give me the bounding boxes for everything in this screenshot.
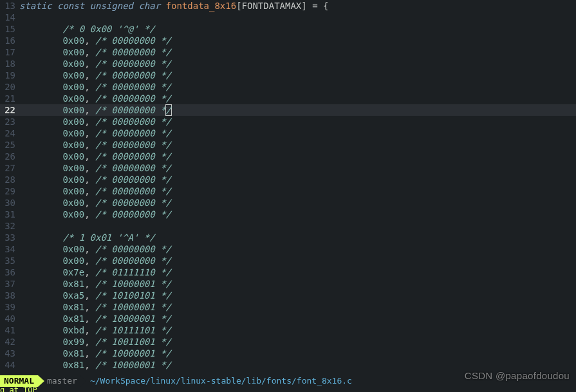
code-line[interactable]: 14 [0, 12, 576, 23]
line-number: 21 [0, 93, 19, 104]
line-number: 17 [0, 46, 19, 58]
code-line[interactable]: 13static const unsigned char fontdata_8x… [0, 0, 576, 12]
code-content: 0x7e, /* 01111110 */ [19, 266, 576, 278]
code-line[interactable]: 43 0x81, /* 10000001 */ [0, 348, 576, 359]
code-line[interactable]: 44 0x81, /* 10000001 */ [0, 359, 576, 371]
code-line[interactable]: 21 0x00, /* 00000000 */ [0, 93, 576, 104]
code-line[interactable]: 31 0x00, /* 00000000 */ [0, 209, 576, 220]
line-number: 37 [0, 278, 19, 290]
code-content: /* 0 0x00 '^@' */ [19, 23, 576, 35]
code-line[interactable]: 34 0x00, /* 00000000 */ [0, 243, 576, 255]
git-branch: master [44, 375, 80, 387]
code-content: 0xbd, /* 10111101 */ [19, 324, 576, 336]
line-number: 23 [0, 116, 19, 127]
code-line[interactable]: 40 0x81, /* 10000001 */ [0, 313, 576, 324]
code-content: 0x00, /* 00000000 */ [19, 116, 576, 127]
line-number: 43 [0, 348, 19, 359]
code-content: 0xa5, /* 10100101 */ [19, 290, 576, 301]
code-line[interactable]: 17 0x00, /* 00000000 */ [0, 46, 576, 58]
branch-name: master [47, 375, 77, 387]
code-line[interactable]: 20 0x00, /* 00000000 */ [0, 81, 576, 93]
line-number: 29 [0, 185, 19, 197]
status-below: g at TOP [0, 384, 37, 392]
code-content: 0x00, /* 00000000 */ [19, 162, 576, 174]
line-number: 36 [0, 266, 19, 278]
code-line[interactable]: 26 0x00, /* 00000000 */ [0, 151, 576, 162]
code-line[interactable]: 28 0x00, /* 00000000 */ [0, 174, 576, 185]
code-content: 0x81, /* 10000001 */ [19, 278, 576, 290]
code-content [19, 220, 576, 232]
code-content: 0x00, /* 00000000 */ [19, 197, 576, 209]
separator-icon [38, 375, 44, 387]
code-line[interactable]: 37 0x81, /* 10000001 */ [0, 278, 576, 290]
line-number: 28 [0, 174, 19, 185]
line-number: 26 [0, 151, 19, 162]
code-content: 0x00, /* 00000000 */ [19, 255, 576, 266]
line-number: 24 [0, 127, 19, 139]
code-line[interactable]: 29 0x00, /* 00000000 */ [0, 185, 576, 197]
line-number: 18 [0, 58, 19, 70]
status-bar: NORMAL master ~/WorkSpace/linux/linux-st… [0, 375, 576, 387]
line-number: 19 [0, 70, 19, 81]
line-number: 16 [0, 35, 19, 46]
code-line[interactable]: 19 0x00, /* 00000000 */ [0, 70, 576, 81]
code-editor[interactable]: 13static const unsigned char fontdata_8x… [0, 0, 576, 371]
line-number: 13 [0, 0, 19, 12]
line-number: 31 [0, 209, 19, 220]
code-line[interactable]: 22 0x00, /* 00000000 */ [0, 104, 576, 116]
code-line[interactable]: 39 0x81, /* 10000001 */ [0, 301, 576, 313]
code-line[interactable]: 16 0x00, /* 00000000 */ [0, 35, 576, 46]
code-line[interactable]: 23 0x00, /* 00000000 */ [0, 116, 576, 127]
code-content: 0x00, /* 00000000 */ [19, 174, 576, 185]
code-content: 0x81, /* 10000001 */ [19, 301, 576, 313]
line-number: 32 [0, 220, 19, 232]
line-number: 44 [0, 359, 19, 371]
code-content: 0x81, /* 10000001 */ [19, 313, 576, 324]
code-content: 0x00, /* 00000000 */ [19, 127, 576, 139]
code-content: static const unsigned char fontdata_8x16… [19, 0, 576, 12]
code-line[interactable]: 27 0x00, /* 00000000 */ [0, 162, 576, 174]
code-line[interactable]: 42 0x99, /* 10011001 */ [0, 336, 576, 348]
code-content: 0x00, /* 00000000 */ [19, 243, 576, 255]
code-content: /* 1 0x01 '^A' */ [19, 232, 576, 243]
code-content: 0x00, /* 00000000 */ [19, 46, 576, 58]
line-number: 38 [0, 290, 19, 301]
code-line[interactable]: 33 /* 1 0x01 '^A' */ [0, 232, 576, 243]
code-content [19, 12, 576, 23]
line-number: 15 [0, 23, 19, 35]
code-line[interactable]: 36 0x7e, /* 01111110 */ [0, 266, 576, 278]
line-number: 40 [0, 313, 19, 324]
line-number: 22 [0, 104, 19, 116]
separator-icon [80, 375, 86, 387]
code-line[interactable]: 30 0x00, /* 00000000 */ [0, 197, 576, 209]
code-line[interactable]: 41 0xbd, /* 10111101 */ [0, 324, 576, 336]
code-content: 0x00, /* 00000000 */ [19, 70, 576, 81]
code-content: 0x00, /* 00000000 */ [19, 93, 576, 104]
code-line[interactable]: 32 [0, 220, 576, 232]
code-line[interactable]: 35 0x00, /* 00000000 */ [0, 255, 576, 266]
line-number: 30 [0, 197, 19, 209]
code-content: 0x00, /* 00000000 */ [19, 35, 576, 46]
line-number: 34 [0, 243, 19, 255]
code-line[interactable]: 15 /* 0 0x00 '^@' */ [0, 23, 576, 35]
line-number: 20 [0, 81, 19, 93]
code-content: 0x99, /* 10011001 */ [19, 336, 576, 348]
code-content: 0x00, /* 00000000 */ [19, 151, 576, 162]
line-number: 33 [0, 232, 19, 243]
line-number: 41 [0, 324, 19, 336]
code-content: 0x81, /* 10000001 */ [19, 359, 576, 371]
code-line[interactable]: 25 0x00, /* 00000000 */ [0, 139, 576, 151]
code-content: 0x00, /* 00000000 */ [19, 139, 576, 151]
file-path: ~/WorkSpace/linux/linux-stable/lib/fonts… [86, 375, 352, 387]
code-content: 0x00, /* 00000000 */ [19, 185, 576, 197]
code-line[interactable]: 38 0xa5, /* 10100101 */ [0, 290, 576, 301]
line-number: 14 [0, 12, 19, 23]
code-content: 0x00, /* 00000000 */ [19, 58, 576, 70]
code-line[interactable]: 24 0x00, /* 00000000 */ [0, 127, 576, 139]
line-number: 35 [0, 255, 19, 266]
code-content: 0x00, /* 00000000 */ [19, 81, 576, 93]
code-content: 0x00, /* 00000000 */ [19, 209, 576, 220]
code-line[interactable]: 18 0x00, /* 00000000 */ [0, 58, 576, 70]
line-number: 27 [0, 162, 19, 174]
code-content: 0x81, /* 10000001 */ [19, 348, 576, 359]
